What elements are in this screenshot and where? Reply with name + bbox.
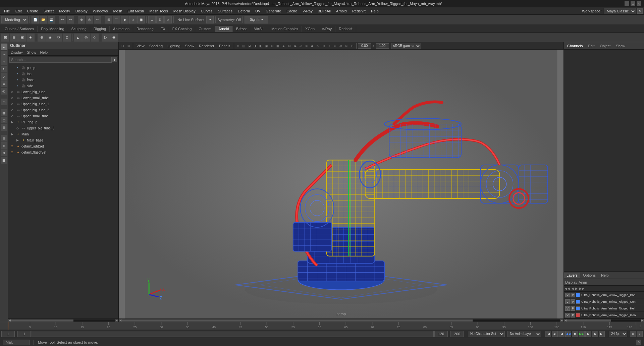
layers-menu-display[interactable]: Display: [565, 280, 577, 284]
outliner-menu-show[interactable]: Show: [25, 50, 38, 55]
viewport-menu-view[interactable]: View: [135, 43, 147, 49]
layers-tab-help[interactable]: Help: [598, 273, 611, 278]
layer-v-bone[interactable]: V: [565, 293, 570, 297]
vp-icon-maximize[interactable]: ⊞: [126, 43, 131, 49]
menu-modify[interactable]: Modify: [56, 8, 72, 14]
vp-icon-12[interactable]: ◎: [298, 43, 304, 49]
select-tool-button[interactable]: ⊕: [78, 16, 85, 23]
universal-manip[interactable]: ◈: [1, 80, 7, 87]
audio-button[interactable]: ♪: [637, 331, 643, 337]
vp-icon-8[interactable]: ▦: [275, 43, 281, 49]
stop-button[interactable]: ■: [572, 331, 578, 337]
tab-redshift[interactable]: Redshift: [335, 26, 356, 32]
no-anim-layer-select[interactable]: No Anim Layer: [507, 331, 541, 337]
vp-icon-21[interactable]: ↩: [350, 43, 355, 49]
sign-in-button[interactable]: Sign In ▾: [245, 16, 268, 23]
menu-vray[interactable]: V-Ray: [300, 8, 315, 14]
menu-cache[interactable]: Cache: [284, 8, 300, 14]
vp-icon-2[interactable]: ◫: [241, 43, 247, 49]
viewport-menu-lighting[interactable]: Lighting: [165, 43, 182, 49]
frame-scale-input[interactable]: [376, 43, 389, 49]
viewport-canvas[interactable]: X Y Z persp: [119, 50, 564, 319]
layer-item-geo[interactable]: V P Ultra_Robotic_Arm_Yellow_Rigged_Geo: [564, 312, 644, 319]
layer-p-help[interactable]: P: [571, 306, 575, 311]
tab-poly-modeling[interactable]: Poly Modeling: [38, 26, 68, 32]
gamma-select[interactable]: sRGB gamma: [391, 43, 421, 49]
close-button[interactable]: ✕: [637, 1, 641, 6]
right-hscroll[interactable]: ◀ ▶: [564, 319, 644, 322]
show-manip-tool[interactable]: ◇: [1, 99, 7, 105]
anim-layer-btn[interactable]: ⊟: [1, 124, 7, 131]
grid-button[interactable]: ⊞: [1, 34, 9, 42]
menu-file[interactable]: File: [1, 8, 13, 14]
timeline-area[interactable]: 1 5 10 15 20 25 30 35 40 45 50 55 60: [0, 322, 644, 330]
tab-custom[interactable]: Custom: [195, 26, 215, 32]
redo-button[interactable]: ↪: [67, 16, 74, 23]
playback-button[interactable]: ▷: [102, 34, 110, 42]
outliner-item-upper-big-tube-1[interactable]: ◇ ▭ Upper_big_tube_1: [8, 101, 118, 107]
tab-rendering[interactable]: Rendering: [133, 26, 157, 32]
new-scene-button[interactable]: 📄: [32, 16, 39, 23]
record-button[interactable]: ◉: [110, 34, 118, 42]
display-layer-btn[interactable]: ▦: [1, 109, 7, 116]
vp-icon-expand[interactable]: ⊡: [120, 43, 125, 49]
vp-scroll-left[interactable]: ◀: [119, 319, 122, 322]
minimize-button[interactable]: ─: [625, 1, 629, 6]
attr-editor-btn[interactable]: ≡: [1, 142, 7, 149]
channels-edit-tab[interactable]: Edit: [587, 44, 596, 48]
rotate-tool[interactable]: ↻: [1, 66, 7, 72]
current-frame-input[interactable]: [1, 331, 15, 337]
outliner-item-upper-small-tube[interactable]: ◇ ▭ Upper_small_tube: [8, 113, 118, 119]
tab-vray[interactable]: V-Ray: [318, 26, 335, 32]
vp-icon-18[interactable]: ●: [332, 43, 338, 49]
snap-to-surface-button[interactable]: ◇: [129, 16, 137, 23]
workspace-settings-button[interactable]: ⚙: [637, 8, 643, 14]
vp-icon-16[interactable]: ◁: [321, 43, 326, 49]
outliner-menu-display[interactable]: Display: [9, 50, 24, 55]
outliner-item-upper-big-tube-2[interactable]: ◇ ▭ Upper_big_tube_2: [8, 107, 118, 113]
channels-show-tab[interactable]: Show: [614, 44, 627, 48]
outliner-item-lower-big-tube[interactable]: ◇ ▭ Lower_big_tube: [8, 89, 118, 95]
step-forward-button[interactable]: ▶: [585, 331, 591, 337]
outliner-search-options[interactable]: ▾: [112, 57, 117, 62]
vp-icon-4[interactable]: ◨: [253, 43, 258, 49]
vp-icon-10[interactable]: ⊠: [287, 43, 292, 49]
menu-deform[interactable]: Deform: [235, 8, 253, 14]
menu-surfaces[interactable]: Surfaces: [215, 8, 235, 14]
viewport-menu-panels[interactable]: Panels: [217, 43, 232, 49]
outliner-item-side[interactable]: ▪ 🎥 side: [8, 83, 118, 89]
tab-fx-caching[interactable]: FX Caching: [169, 26, 195, 32]
tool-settings-btn[interactable]: ⚙: [1, 150, 7, 156]
menu-mesh-tools[interactable]: Mesh Tools: [147, 8, 170, 14]
fps-select[interactable]: 24 fps: [609, 331, 627, 337]
module-selector[interactable]: Modeling: [1, 16, 28, 23]
vp-icon-19[interactable]: ◍: [338, 43, 343, 49]
save-scene-button[interactable]: 💾: [48, 16, 55, 23]
outliner-item-pt-ring-2[interactable]: ▶ ✦ PT_ring_2: [8, 119, 118, 125]
menu-redshift[interactable]: Redshift: [350, 8, 368, 14]
layer-scroll-next[interactable]: ▶: [575, 287, 578, 290]
viewport-menu-renderer[interactable]: Renderer: [197, 43, 216, 49]
end-frame-input[interactable]: [434, 331, 448, 337]
vp-icon-9[interactable]: ◈: [281, 43, 286, 49]
tab-rigging[interactable]: Rigging: [90, 26, 110, 32]
move-tool[interactable]: ✛: [1, 58, 7, 65]
tab-arnold[interactable]: Arnold: [215, 26, 233, 32]
menu-select[interactable]: Select: [41, 8, 57, 14]
layer-p-geo[interactable]: P: [571, 313, 575, 318]
snap-to-view-planes-button[interactable]: ▣: [137, 16, 145, 23]
bevel-button[interactable]: ◇: [91, 34, 99, 42]
play-forward-button[interactable]: ▶▶: [579, 331, 585, 337]
vp-icon-6[interactable]: ▣: [264, 43, 269, 49]
paint-select-button[interactable]: ✏: [94, 16, 101, 23]
vp-icon-13[interactable]: ⊕: [304, 43, 309, 49]
layer-item-con[interactable]: V P Ultra_Robotic_Arm_Yellow_Rigged_Con: [564, 298, 644, 305]
outliner-item-main-base[interactable]: ▶ ✦ Main_base: [8, 137, 118, 143]
outliner-scroll-right[interactable]: ▶: [115, 319, 118, 322]
status-warning-button[interactable]: ⚠: [636, 340, 641, 345]
next-key-button[interactable]: |▶: [592, 331, 598, 337]
reflect-button[interactable]: ⊜: [63, 34, 71, 42]
outliner-menu-help[interactable]: Help: [39, 50, 49, 55]
menu-arnold[interactable]: Arnold: [333, 8, 350, 14]
menu-windows[interactable]: Windows: [90, 8, 111, 14]
